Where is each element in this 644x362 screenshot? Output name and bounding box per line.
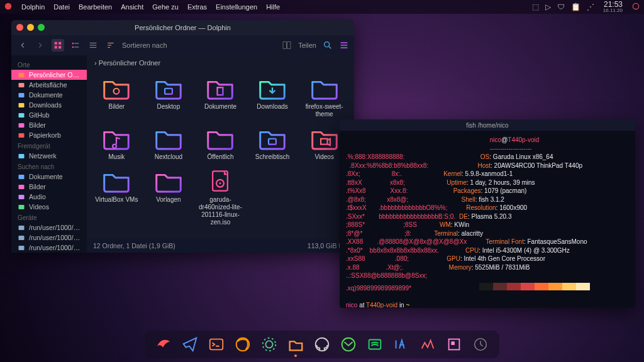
file-item-label: garuda-dr460nized-lite-201116-linux-zen.… xyxy=(197,196,244,226)
sidebar-item-label: Bilder xyxy=(29,121,46,129)
documents-icon xyxy=(18,91,25,99)
svg-rect-18 xyxy=(19,93,25,97)
vscode-icon[interactable] xyxy=(391,334,411,354)
sidebar-item-label: Arbeitsfläche xyxy=(29,81,67,89)
folder-downloads-icon xyxy=(257,75,287,101)
wifi-icon[interactable]: 📋 xyxy=(571,3,580,11)
files-icon[interactable] xyxy=(286,334,306,354)
folder-music-icon xyxy=(101,126,131,151)
spotify-icon[interactable] xyxy=(365,334,385,354)
view-icons-button[interactable] xyxy=(52,39,64,52)
discover-icon[interactable] xyxy=(444,334,464,354)
menu-bearbeiten[interactable]: Bearbeiten xyxy=(79,3,112,11)
breadcrumb[interactable]: › Persönlicher Ordner xyxy=(87,55,354,70)
window-title: Persönlicher Ordner — Dolphin xyxy=(135,24,231,31)
terminal-output[interactable]: nico@T440p-void -------------------- .%;… xyxy=(340,131,635,308)
svg-rect-34 xyxy=(165,89,172,94)
search-button[interactable] xyxy=(323,40,333,50)
sidebar-item-arbeitsfl-che[interactable]: Arbeitsfläche xyxy=(11,80,87,90)
menu-hilfe[interactable]: Hilfe xyxy=(266,3,280,11)
sidebar-item-dokumente[interactable]: Dokumente xyxy=(11,90,87,100)
sidebar-item--run-user-1000-nico-fr[interactable]: /run/user/1000/nico-fr xyxy=(11,233,87,243)
sidebar-item-netzwerk[interactable]: Netzwerk xyxy=(11,151,87,161)
sort-button[interactable]: Sortieren nach xyxy=(122,41,167,49)
file-item[interactable]: Vorlagen xyxy=(144,166,194,229)
sidebar-item-label: Papierkorb xyxy=(29,131,61,139)
iso-icon xyxy=(205,168,235,194)
folder-icon xyxy=(153,126,184,151)
menu-datei[interactable]: Datei xyxy=(53,3,70,11)
file-item[interactable]: VirtualBox VMs xyxy=(92,166,142,229)
clock-icon[interactable] xyxy=(470,334,491,354)
sidebar-item-bilder[interactable]: Bilder xyxy=(11,120,87,130)
clipboard-icon[interactable]: 🛡 xyxy=(557,3,565,11)
menu-gehe zu[interactable]: Gehe zu xyxy=(152,3,179,11)
app-name[interactable]: Dolphin xyxy=(21,3,45,11)
svg-point-15 xyxy=(325,42,330,47)
hamburger-menu-button[interactable] xyxy=(339,40,349,50)
firefox-icon[interactable] xyxy=(233,334,253,354)
file-item[interactable]: Desktop xyxy=(144,73,194,121)
file-item[interactable]: Bilder xyxy=(92,73,142,121)
svg-point-1 xyxy=(633,3,638,9)
file-item-label: VirtualBox VMs xyxy=(95,196,138,204)
media-play-icon[interactable]: ⬚ xyxy=(532,3,539,11)
settings-icon[interactable] xyxy=(259,334,279,354)
svg-rect-25 xyxy=(19,185,25,189)
sidebar-item-dokumente[interactable]: Dokumente xyxy=(11,172,87,182)
file-item[interactable]: Dokumente xyxy=(196,73,245,121)
tray-icon[interactable]: ⋰ xyxy=(587,3,594,11)
file-item[interactable]: Nextcloud xyxy=(144,123,194,163)
svg-rect-4 xyxy=(55,46,57,48)
sidebar-item--run-user-1000-nico-ct[interactable]: /run/user/1000/nico-ct xyxy=(11,243,87,253)
sidebar-header: Orte xyxy=(11,59,87,70)
nav-forward-button[interactable] xyxy=(34,39,47,52)
file-item[interactable]: Downloads xyxy=(248,73,297,121)
nav-back-button[interactable] xyxy=(16,39,29,52)
sidebar-item-audio[interactable]: Audio xyxy=(11,192,87,202)
folder-desktop-icon xyxy=(153,75,184,101)
sort-icon[interactable] xyxy=(104,39,117,52)
menu-einstellungen[interactable]: Einstellungen xyxy=(216,3,257,11)
home-icon xyxy=(18,71,25,79)
share-button[interactable]: Teilen xyxy=(298,41,316,49)
window-close-button[interactable] xyxy=(16,24,23,31)
file-item[interactable]: Musik xyxy=(92,123,142,163)
sidebar-item-label: /run/user/1000/nico-ct xyxy=(29,244,80,251)
titlebar[interactable]: Persönlicher Ordner — Dolphin xyxy=(11,20,354,35)
monitor-icon[interactable] xyxy=(418,334,438,354)
garuda-icon[interactable] xyxy=(153,334,174,354)
github-icon[interactable] xyxy=(312,334,332,354)
view-details-button[interactable] xyxy=(87,39,99,52)
window-minimize-button[interactable] xyxy=(27,24,34,31)
sidebar-item-papierkorb[interactable]: Papierkorb xyxy=(11,130,87,140)
telegram-icon[interactable] xyxy=(180,334,200,354)
konsole-icon[interactable] xyxy=(206,334,226,354)
lock-icon[interactable]: ▷ xyxy=(545,3,551,11)
window-maximize-button[interactable] xyxy=(38,24,45,31)
svg-rect-29 xyxy=(19,236,25,240)
images-icon xyxy=(18,121,25,129)
file-item[interactable]: Schreibtisch xyxy=(248,123,297,163)
sidebar-item-videos[interactable]: Videos xyxy=(11,202,87,212)
file-item-label: Nextcloud xyxy=(155,153,182,161)
view-compact-button[interactable] xyxy=(69,39,82,52)
power-icon[interactable] xyxy=(631,2,640,12)
menu-ansicht[interactable]: Ansicht xyxy=(121,3,143,11)
drive-icon xyxy=(18,234,25,241)
sidebar-item-bilder[interactable]: Bilder xyxy=(11,182,87,192)
file-item[interactable]: firefox-sweet-theme xyxy=(299,73,349,121)
sidebar-item-downloads[interactable]: Downloads xyxy=(11,100,87,110)
file-item[interactable]: Öffentlich xyxy=(196,123,245,163)
email-icon[interactable] xyxy=(338,334,358,354)
sidebar-item--run-user-1000-nico-fr[interactable]: /run/user/1000/nico-fr xyxy=(11,222,87,233)
svg-rect-30 xyxy=(19,246,25,250)
split-button[interactable] xyxy=(282,40,292,50)
sidebar-item-pers-nlicher-ordner[interactable]: Persönlicher Ordner xyxy=(11,70,87,80)
sidebar-item-github[interactable]: GitHub xyxy=(11,110,87,120)
file-item[interactable]: garuda-dr460nized-lite-201116-linux-zen.… xyxy=(196,166,245,229)
clock[interactable]: 21:53 16.11.20 xyxy=(603,1,623,13)
menu-extras[interactable]: Extras xyxy=(187,3,207,11)
file-item-label: Öffentlich xyxy=(207,153,233,161)
svg-rect-26 xyxy=(19,195,25,199)
